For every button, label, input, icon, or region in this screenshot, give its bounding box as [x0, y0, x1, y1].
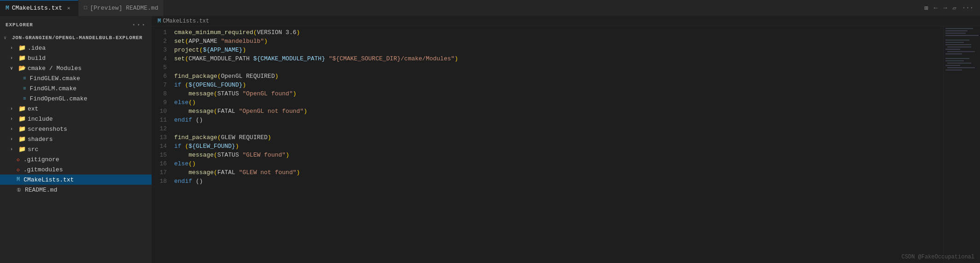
more-actions-icon[interactable]: ··· [961, 3, 974, 12]
tab-cmake-close[interactable]: ✕ [65, 5, 72, 12]
chevron-right-icon: › [10, 137, 17, 142]
include-label: include [28, 116, 53, 123]
sidebar-item-build[interactable]: › 📁 build [0, 53, 152, 63]
code-line-5: 5 [152, 63, 943, 72]
code-line-14: 14 if (${GLEW_FOUND}) [152, 142, 943, 151]
svg-rect-1 [945, 30, 968, 31]
svg-rect-12 [945, 60, 964, 61]
editor-area: M CMakeLists.txt 1 cmake_minimum_require… [152, 16, 980, 263]
sidebar-item-findopengl[interactable]: ≡ FindOpenGL.cmake [0, 94, 152, 104]
chevron-right-icon: › [10, 147, 17, 152]
readme-label: README.md [25, 187, 57, 193]
folder-icon: 📁 [18, 115, 26, 123]
breadcrumb-cmake-icon: M [158, 18, 161, 24]
code-line-12: 12 [152, 124, 943, 133]
sidebar-item-cmakelists[interactable]: M CMakeLists.txt [0, 175, 152, 185]
code-line-16: 16 else() [152, 159, 943, 168]
root-label: JON-GRANGIEN/OPENGL-MANDELBULB-EXPLORER [12, 35, 142, 41]
code-line-3: 3 project(${APP_NAME}) [152, 46, 943, 54]
folder-icon: 📁 [18, 105, 26, 112]
code-line-8: 8 message(STATUS "OpenGL found") [152, 89, 943, 98]
svg-rect-9 [947, 51, 975, 52]
readme-file-icon: □ [84, 5, 87, 11]
cmake-active-icon: M [17, 176, 20, 183]
tab-cmake[interactable]: M CMakeLists.txt ✕ [0, 0, 78, 16]
sidebar-item-findglew[interactable]: ≡ FindGLEW.cmake [0, 73, 152, 83]
sidebar: EXPLORER ··· ∨ JON-GRANGIEN/OPENGL-MANDE… [0, 16, 152, 263]
folder-icon: 📁 [18, 125, 26, 133]
chevron-down-icon: ∨ [4, 35, 10, 41]
svg-rect-10 [945, 53, 962, 54]
sidebar-item-gitignore[interactable]: ◇ .gitignore [0, 154, 152, 164]
cmake-file-icon: ≡ [23, 76, 26, 81]
navigate-forward-icon[interactable]: → [942, 3, 948, 12]
sidebar-item-src[interactable]: › 📁 src [0, 144, 152, 154]
screenshots-label: screenshots [28, 126, 67, 133]
sidebar-item-readme[interactable]: ① README.md [0, 185, 152, 195]
folder-open-icon: 📂 [18, 64, 26, 72]
idea-label: .idea [28, 45, 46, 52]
cmake-file-icon: M [6, 5, 9, 12]
navigate-back-icon[interactable]: ← [933, 3, 939, 12]
split-editor-icon[interactable]: ⊞ [923, 3, 929, 13]
svg-rect-5 [945, 42, 964, 43]
sidebar-item-cmake-modules[interactable]: ∨ 📂 cmake / Modules [0, 63, 152, 73]
svg-rect-3 [945, 35, 979, 36]
sidebar-item-ext[interactable]: › 📁 ext [0, 104, 152, 114]
tab-bar-actions: ⊞ ← → ▱ ··· [923, 3, 980, 13]
sidebar-item-gitmodules[interactable]: ◇ .gitmodules [0, 164, 152, 175]
folder-icon: 📁 [18, 54, 26, 62]
split-layout-icon[interactable]: ▱ [951, 3, 957, 13]
svg-rect-11 [945, 58, 969, 59]
findglew-label: FindGLEW.cmake [30, 75, 80, 82]
svg-rect-0 [945, 28, 973, 29]
sidebar-item-idea[interactable]: › 📁 .idea [0, 43, 152, 53]
cmake-file-icon: ≡ [23, 86, 26, 91]
tab-cmake-label: CMakeLists.txt [12, 5, 62, 12]
tree-root[interactable]: ∨ JON-GRANGIEN/OPENGL-MANDELBULB-EXPLORE… [0, 33, 152, 43]
git-icon: ◇ [17, 157, 20, 163]
svg-rect-14 [945, 65, 960, 66]
sidebar-item-shaders[interactable]: › 📁 shaders [0, 134, 152, 144]
sidebar-item-findglm[interactable]: ≡ FindGLM.cmake [0, 83, 152, 94]
code-line-2: 2 set(APP_NAME "mandelbulb") [152, 37, 943, 46]
tab-readme[interactable]: □ [Preview] README.md [78, 0, 164, 16]
code-line-6: 6 find_package(OpenGL REQUIRED) [152, 72, 943, 81]
cmake-file-icon: ≡ [23, 96, 26, 101]
folder-icon: 📁 [18, 135, 26, 143]
code-line-13: 13 find_package(GLEW REQUIRED) [152, 133, 943, 142]
main-layout: EXPLORER ··· ∨ JON-GRANGIEN/OPENGL-MANDE… [0, 16, 980, 263]
cmake-modules-label: cmake / Modules [28, 65, 82, 72]
breadcrumb: M CMakeLists.txt [152, 16, 980, 26]
findopengl-label: FindOpenGL.cmake [30, 95, 88, 102]
svg-rect-6 [945, 44, 971, 45]
breadcrumb-label: CMakeLists.txt [163, 18, 209, 24]
explorer-title: EXPLORER [6, 22, 33, 28]
code-line-1: 1 cmake_minimum_required(VERSION 3.6) [152, 28, 943, 37]
tab-bar: M CMakeLists.txt ✕ □ [Preview] README.md… [0, 0, 980, 16]
gitignore-label: .gitignore [23, 156, 59, 163]
code-line-15: 15 message(STATUS "GLEW found") [152, 151, 943, 159]
code-editor[interactable]: 1 cmake_minimum_required(VERSION 3.6) 2 … [152, 26, 943, 263]
findglm-label: FindGLM.cmake [30, 85, 76, 92]
svg-rect-13 [947, 63, 971, 64]
code-line-10: 10 message(FATAL "OpenGL not found") [152, 107, 943, 116]
svg-rect-15 [947, 67, 975, 68]
readme-icon: ① [17, 187, 21, 193]
sidebar-header: EXPLORER ··· [0, 16, 152, 33]
sidebar-item-screenshots[interactable]: › 📁 screenshots [0, 124, 152, 134]
chevron-right-icon: › [10, 106, 17, 111]
sidebar-item-include[interactable]: › 📁 include [0, 114, 152, 124]
shaders-label: shaders [28, 136, 53, 143]
chevron-right-icon: › [10, 127, 17, 132]
sidebar-more-icon[interactable]: ··· [132, 21, 146, 29]
svg-rect-2 [945, 33, 966, 34]
chevron-right-icon: › [10, 56, 17, 61]
svg-rect-8 [945, 49, 960, 50]
svg-rect-4 [945, 40, 969, 41]
code-line-11: 11 endif () [152, 116, 943, 124]
build-label: build [28, 55, 46, 62]
svg-rect-16 [945, 70, 962, 70]
sidebar-content: ∨ JON-GRANGIEN/OPENGL-MANDELBULB-EXPLORE… [0, 33, 152, 263]
chevron-down-icon: ∨ [10, 65, 17, 71]
